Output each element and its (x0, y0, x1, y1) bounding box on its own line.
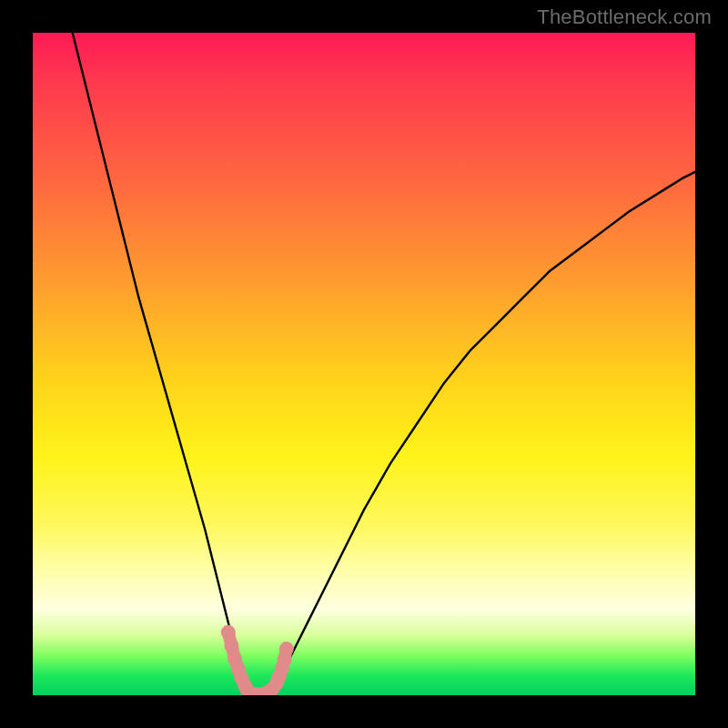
plot-area (33, 33, 695, 695)
chart-frame: TheBottleneck.com (0, 0, 728, 728)
marker-dot (279, 642, 294, 656)
marker-dot (224, 638, 238, 652)
marker-dot (221, 625, 236, 640)
chart-svg (33, 33, 695, 695)
watermark-text: TheBottleneck.com (537, 5, 712, 29)
bottleneck-curve (73, 33, 695, 695)
